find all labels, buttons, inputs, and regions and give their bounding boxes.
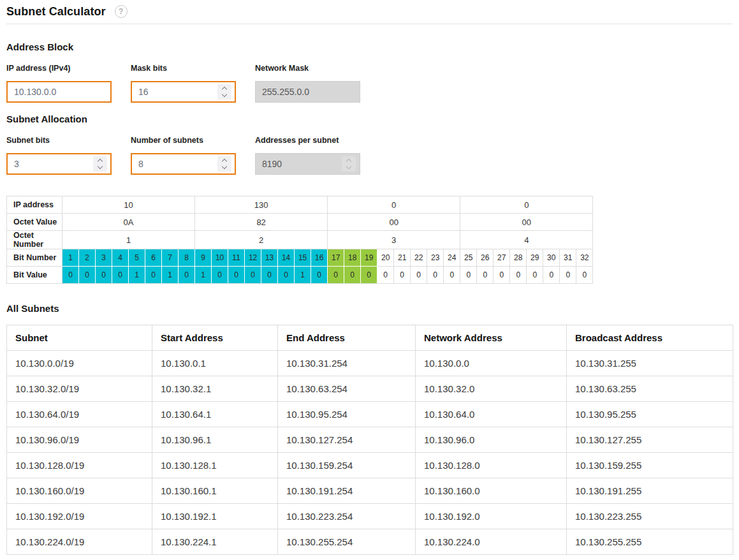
subnets-column-header: Subnet: [7, 325, 152, 351]
subnets-cell: 10.130.32.1: [152, 376, 278, 402]
all-subnets-heading: All Subnets: [6, 303, 733, 314]
subnets-cell: 10.130.32.0/19: [7, 376, 152, 402]
bit-number-cell: 24: [444, 249, 460, 267]
help-icon[interactable]: ?: [115, 5, 128, 18]
table-row: 10.130.192.0/1910.130.192.110.130.223.25…: [7, 504, 733, 529]
bit-table-octet-cell: 0A: [62, 214, 195, 231]
ip-address-label: IP address (IPv4): [6, 64, 112, 73]
ip-address-input[interactable]: [6, 81, 112, 103]
bit-number-cell: 11: [228, 249, 245, 267]
bit-value-cell: 0: [62, 267, 79, 284]
bit-table-octet-cell: 130: [195, 196, 328, 214]
bit-value-cell: 0: [460, 267, 477, 284]
bit-value-cell: 0: [527, 267, 543, 284]
table-row: 10.130.160.0/1910.130.160.110.130.191.25…: [7, 478, 733, 504]
subnets-cell: 10.130.0.0: [416, 351, 567, 376]
field-ip-address: IP address (IPv4): [6, 64, 112, 103]
subnet-bits-label: Subnet bits: [6, 136, 112, 145]
bit-value-cell: 0: [560, 267, 576, 284]
subnets-cell: 10.130.224.0: [416, 529, 567, 555]
subnets-cell: 10.130.191.254: [278, 478, 416, 504]
bit-number-cell: 30: [543, 249, 560, 267]
bit-value-cell: 0: [112, 267, 129, 284]
spinner-down-icon: [346, 164, 351, 169]
number-of-subnets-label: Number of subnets: [131, 136, 236, 145]
subnet-bits-inputwrap: [6, 153, 112, 175]
subnets-cell: 10.130.160.0: [416, 478, 567, 504]
subnets-cell: 10.130.95.254: [278, 402, 416, 427]
bit-number-cell: 19: [361, 249, 377, 267]
bit-number-cell: 28: [510, 249, 527, 267]
bit-value-cell: 0: [510, 267, 527, 284]
subnet-bits-spinner[interactable]: [93, 156, 107, 172]
bit-value-cell: 0: [79, 267, 96, 284]
bit-table-octet-cell: 0: [460, 196, 593, 214]
network-mask-inputwrap: [255, 81, 360, 103]
bit-number-cell: 4: [112, 249, 129, 267]
field-number-of-subnets: Number of subnets: [131, 136, 236, 175]
table-row: 10.130.32.0/1910.130.32.110.130.63.25410…: [7, 376, 733, 402]
bit-value-cell: 1: [162, 267, 179, 284]
spinner-down-icon[interactable]: [222, 92, 227, 97]
bit-value-cell: 0: [361, 267, 377, 284]
subnets-cell: 10.130.159.255: [567, 453, 733, 478]
bit-value-cell: 0: [228, 267, 245, 284]
bit-number-cell: 6: [145, 249, 162, 267]
subnets-cell: 10.130.192.1: [152, 504, 278, 529]
address-block-section: Address Block IP address (IPv4) Mask bit…: [6, 41, 733, 103]
all-subnets-table: SubnetStart AddressEnd AddressNetwork Ad…: [6, 325, 733, 555]
number-of-subnets-inputwrap: [131, 153, 236, 175]
subnets-cell: 10.130.127.255: [567, 427, 733, 453]
subnets-cell: 10.130.32.0: [416, 376, 567, 402]
bit-value-cell: 0: [212, 267, 228, 284]
subnets-cell: 10.130.64.0/19: [7, 402, 152, 427]
spinner-down-icon[interactable]: [222, 164, 227, 169]
bit-number-cell: 7: [162, 249, 179, 267]
network-mask-input: [255, 81, 360, 103]
addresses-per-subnet-label: Addresses per subnet: [255, 136, 360, 145]
field-mask-bits: Mask bits: [131, 64, 236, 103]
subnets-column-header: Broadcast Address: [567, 325, 733, 351]
mask-bits-spinner[interactable]: [217, 84, 231, 99]
network-mask-label: Network Mask: [255, 64, 360, 73]
bit-number-cell: 2: [79, 249, 96, 267]
addresses-per-subnet-spinner: [342, 156, 356, 172]
bit-number-cell: 22: [411, 249, 427, 267]
subnets-cell: 10.130.223.255: [567, 504, 733, 529]
bit-value-cell: 0: [444, 267, 460, 284]
bit-number-cell: 13: [261, 249, 278, 267]
table-row: 10.130.128.0/1910.130.128.110.130.159.25…: [7, 453, 733, 478]
bit-number-cell: 26: [477, 249, 494, 267]
subnets-cell: 10.130.96.1: [152, 427, 278, 453]
subnets-cell: 10.130.223.254: [278, 504, 416, 529]
subnets-cell: 10.130.224.0/19: [7, 529, 152, 555]
bit-table-row-label: Octet Value: [7, 214, 62, 231]
subnet-allocation-fields: Subnet bits Number of subnets: [6, 136, 733, 175]
bit-number-cell: 20: [377, 249, 394, 267]
bit-number-cell: 27: [494, 249, 510, 267]
subnet-calculator-page: Subnet Calculator ? Address Block IP add…: [0, 0, 739, 555]
mask-bits-inputwrap: [131, 81, 236, 103]
mask-bits-label: Mask bits: [131, 64, 236, 73]
bit-table-octet-cell: 3: [328, 231, 460, 249]
number-of-subnets-spinner[interactable]: [217, 156, 231, 172]
bit-table-octet-cell: 00: [328, 214, 460, 231]
bit-table-row-label: Bit Value: [7, 267, 62, 284]
subnets-cell: 10.130.128.0: [416, 453, 567, 478]
bit-value-cell: 0: [477, 267, 494, 284]
subnets-cell: 10.130.96.0/19: [7, 427, 152, 453]
bit-value-cell: 0: [328, 267, 344, 284]
subnets-cell: 10.130.224.1: [152, 529, 278, 555]
bit-value-cell: 0: [377, 267, 394, 284]
subnets-cell: 10.130.191.255: [567, 478, 733, 504]
bit-table-octet-cell: 2: [195, 231, 328, 249]
subnets-cell: 10.130.63.255: [567, 376, 733, 402]
subnets-cell: 10.130.0.0/19: [7, 351, 152, 376]
address-block-fields: IP address (IPv4) Mask bits Network Mask: [6, 64, 733, 103]
subnets-cell: 10.130.95.255: [567, 402, 733, 427]
bit-value-cell: 0: [494, 267, 510, 284]
subnets-cell: 10.130.255.255: [567, 529, 733, 555]
bit-table-octet-cell: 0: [328, 196, 460, 214]
spinner-down-icon[interactable]: [98, 164, 103, 169]
all-subnets-section: All Subnets SubnetStart AddressEnd Addre…: [6, 303, 733, 555]
